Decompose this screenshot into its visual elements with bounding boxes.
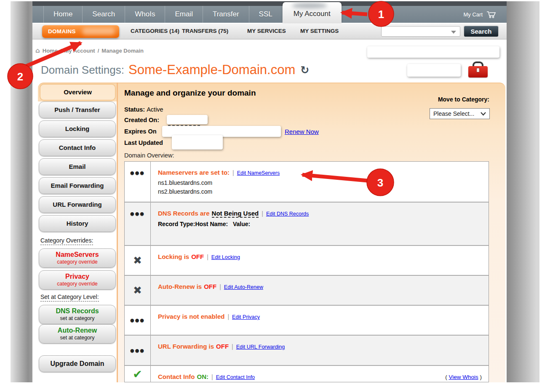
window-margin-left — [11, 1, 32, 382]
row-status: Not Being Used — [212, 210, 259, 218]
nav-tab-search[interactable]: Search — [83, 6, 125, 23]
dots-icon: ●●● — [130, 170, 145, 176]
chevron-down-icon — [481, 112, 486, 116]
combo-dropdown-icon[interactable] — [451, 31, 456, 34]
nav-tab-my-account-label: My Account — [294, 10, 331, 18]
search-button[interactable]: Search — [463, 25, 499, 37]
breadcrumb-home[interactable]: Home — [43, 48, 58, 54]
nav-tab-home[interactable]: Home — [43, 6, 83, 23]
nav-tab-transfer[interactable]: Transfer — [203, 6, 249, 23]
breadcrumb-my-account[interactable]: My Account — [64, 48, 95, 54]
redacted-box — [167, 115, 208, 124]
account-subnav: DOMAINS CATEGORIES (14) TRANSFERS (75) M… — [32, 24, 507, 40]
status-line: Status: Active — [124, 106, 163, 113]
view-whois-wrap: ( View Whois ) — [445, 374, 482, 380]
my-cart-button[interactable]: My Cart — [464, 6, 497, 23]
sidebar-button-dns-records-category[interactable]: DNS Records set at category — [39, 305, 116, 324]
sidebar-tab-overview[interactable]: Overview — [40, 84, 116, 101]
row-title: Auto-Renew is — [158, 283, 202, 290]
edit-locking-link[interactable]: Edit Locking — [211, 254, 240, 260]
table-row-privacy: ●●● Privacy is not enabled | Edit Privac… — [125, 306, 489, 336]
created-on-label: Created On: — [124, 117, 159, 123]
row-title: Locking is — [158, 253, 189, 260]
edit-privacy-link[interactable]: Edit Privacy — [232, 314, 260, 320]
sidebar-tab-history[interactable]: History — [39, 215, 116, 232]
sidebar-button-privacy-override[interactable]: Privacy category override — [39, 270, 116, 290]
window-margin-right — [507, 1, 539, 382]
nav-tab-ssl[interactable]: SSL — [249, 6, 283, 23]
row-title: URL Forwarding is — [158, 343, 214, 350]
nav-tab-my-account[interactable]: My Account — [283, 2, 342, 23]
refresh-icon[interactable]: ↻ — [300, 64, 309, 76]
table-row-dns-records: ●●● DNS Records are Not Being Used | Edi… — [125, 203, 489, 246]
x-icon: ✖ — [133, 284, 142, 296]
row-title: Privacy is not enabled — [158, 313, 224, 320]
row-status: OFF — [216, 343, 229, 350]
redacted-box — [367, 46, 499, 58]
check-icon: ✔ — [133, 368, 142, 381]
subnav-tab-my-settings[interactable]: MY SETTINGS — [300, 24, 339, 39]
x-icon: ✖ — [133, 254, 142, 267]
edit-nameservers-link[interactable]: Edit NameServers — [237, 170, 280, 176]
move-to-category-select[interactable]: Please Select... — [430, 108, 490, 119]
move-to-category-value: Please Select... — [433, 110, 474, 117]
subnav-tab-categories[interactable]: CATEGORIES (14) — [131, 24, 179, 39]
subnav-tab-my-services[interactable]: MY SERVICES — [247, 24, 286, 39]
set-at-category-label: Set at Category Level: — [40, 293, 99, 301]
category-overrides-label: Category Overrides: — [40, 237, 93, 245]
edit-auto-renew-link[interactable]: Edit Auto-Renew — [224, 284, 263, 290]
row-status: ON: — [197, 373, 209, 380]
breadcrumb-separator: / — [60, 48, 62, 54]
edit-url-forwarding-link[interactable]: Edit URL Forwarding — [236, 344, 285, 350]
nav-tab-whois[interactable]: WhoIs — [125, 6, 165, 23]
dots-icon: ●●● — [130, 317, 145, 323]
nav-tab-email[interactable]: Email — [165, 6, 203, 23]
subnav-tab-domains-label: DOMAINS — [48, 28, 76, 35]
record-type-line: Record Type:Host Name: Value: — [158, 221, 482, 227]
page-title-domain: Some-Example-Domain.com — [128, 62, 295, 77]
sidebar-button-auto-renew-category[interactable]: Auto-Renew set at category — [39, 324, 116, 344]
redacted-blur — [82, 28, 115, 35]
expires-on-line: Expires On — [124, 128, 157, 135]
status-value: Active — [147, 106, 163, 113]
nameserver-1: ns1.bluestardns.com — [158, 179, 482, 187]
breadcrumb-manage-domain: Manage Domain — [101, 48, 144, 54]
page-title-prefix: Domain Settings: — [41, 64, 124, 77]
sidebar-button-nameservers-override[interactable]: NameServers category override — [39, 248, 116, 268]
domain-search-input[interactable] — [381, 26, 460, 37]
manage-domain-heading: Manage and organize your domain — [124, 88, 256, 98]
row-status: OFF — [204, 283, 216, 290]
toolbox-icon[interactable] — [468, 61, 488, 78]
page-bottom-margin — [0, 382, 542, 392]
sidebar-tab-locking[interactable]: Locking — [39, 120, 116, 137]
row-title: Contact Info — [158, 373, 195, 380]
view-whois-link[interactable]: View Whois — [449, 374, 478, 380]
sidebar-tab-email-forwarding[interactable]: Email Forwarding — [39, 177, 116, 194]
renew-now-link[interactable]: Renew Now — [285, 128, 319, 135]
subnav-tab-transfers[interactable]: TRANSFERS (75) — [182, 24, 228, 39]
edit-contact-info-link[interactable]: Edit Contact Info — [216, 374, 255, 380]
sidebar-divider — [117, 83, 118, 382]
sidebar-tab-url-forwarding[interactable]: URL Forwarding — [39, 196, 116, 213]
sidebar-tab-contact-info[interactable]: Contact Info — [39, 139, 116, 156]
sidebar-tab-push-transfer[interactable]: Push / Transfer — [39, 101, 116, 118]
domain-settings-page: Home Search WhoIs Email Transfer SSL My … — [0, 0, 542, 392]
breadcrumb-separator: / — [98, 48, 99, 54]
subnav-tab-domains[interactable]: DOMAINS — [42, 25, 119, 38]
domain-overview-label: Domain Overview: — [124, 152, 174, 159]
status-label: Status: — [124, 106, 145, 113]
table-row-contact-info: ✔ Contact Info ON: | Edit Contact Info (… — [125, 366, 489, 382]
nameserver-2: ns2.bluestardns.com — [158, 187, 482, 196]
last-updated-label: Last Updated — [124, 139, 163, 146]
move-to-category-label: Move to Category: — [421, 96, 489, 103]
upgrade-domain-button[interactable]: Upgrade Domain — [39, 355, 116, 372]
home-icon: ⌂ — [35, 47, 40, 54]
page-top-strip — [32, 1, 507, 6]
row-title: DNS Records are — [158, 210, 210, 217]
page-title: Domain Settings: Some-Example-Domain.com… — [41, 62, 309, 77]
row-status: OFF — [191, 253, 204, 260]
edit-dns-records-link[interactable]: Edit DNS Records — [266, 211, 309, 217]
sidebar-tab-email[interactable]: Email — [39, 158, 116, 175]
redacted-box — [172, 135, 223, 149]
created-on-line: Created On: — [124, 117, 159, 123]
